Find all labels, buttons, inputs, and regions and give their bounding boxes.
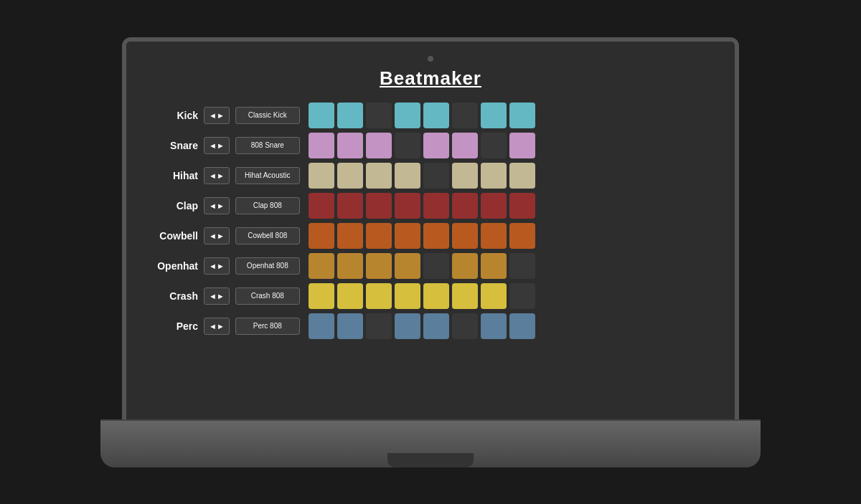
- pad-clap-0[interactable]: [309, 193, 334, 219]
- pad-clap-7[interactable]: [509, 193, 535, 219]
- pad-hihat-2[interactable]: [366, 163, 392, 189]
- app-title: Beatmaker: [380, 67, 481, 90]
- pads-container-hihat: [309, 163, 535, 189]
- pad-cowbell-7[interactable]: [509, 223, 535, 249]
- beatmaker-grid: Kick◄►Classic KickSnare◄►808 SnareHihat◄…: [148, 103, 713, 339]
- pad-clap-2[interactable]: [366, 193, 392, 219]
- pad-crash-2[interactable]: [366, 283, 392, 309]
- audio-btn-crash[interactable]: ◄►: [204, 287, 230, 305]
- sound-btn-cowbell[interactable]: Cowbell 808: [235, 227, 300, 244]
- pad-openhat-0[interactable]: [309, 253, 334, 279]
- pad-snare-7[interactable]: [509, 133, 535, 158]
- pad-snare-1[interactable]: [337, 133, 363, 158]
- audio-btn-perc[interactable]: ◄►: [204, 318, 230, 335]
- app-container: Beatmaker Kick◄►Classic KickSnare◄►808 S…: [126, 42, 735, 420]
- audio-btn-cowbell[interactable]: ◄►: [204, 227, 230, 244]
- track-row-clap: Clap◄►Clap 808: [148, 193, 713, 219]
- pad-openhat-4[interactable]: [423, 253, 449, 279]
- sound-btn-snare[interactable]: 808 Snare: [235, 137, 300, 154]
- pad-openhat-2[interactable]: [366, 253, 392, 279]
- pad-cowbell-5[interactable]: [452, 223, 478, 249]
- sound-btn-crash[interactable]: Crash 808: [235, 287, 300, 305]
- track-name-snare: Snare: [148, 140, 198, 151]
- pad-cowbell-4[interactable]: [423, 223, 449, 249]
- track-row-kick: Kick◄►Classic Kick: [148, 103, 713, 128]
- pad-crash-4[interactable]: [423, 283, 449, 309]
- laptop-notch: [387, 453, 474, 467]
- pad-clap-5[interactable]: [452, 193, 478, 219]
- pad-cowbell-6[interactable]: [481, 223, 507, 249]
- track-name-hihat: Hihat: [148, 170, 198, 181]
- pad-hihat-6[interactable]: [481, 163, 507, 189]
- track-name-perc: Perc: [148, 320, 198, 332]
- audio-btn-clap[interactable]: ◄►: [204, 197, 230, 214]
- pad-kick-6[interactable]: [481, 103, 507, 128]
- pad-hihat-1[interactable]: [337, 163, 363, 189]
- pad-snare-6[interactable]: [481, 133, 507, 158]
- pad-kick-4[interactable]: [423, 103, 449, 128]
- pad-crash-3[interactable]: [395, 283, 420, 309]
- pad-perc-5[interactable]: [452, 313, 478, 339]
- pad-cowbell-2[interactable]: [366, 223, 392, 249]
- pad-kick-0[interactable]: [309, 103, 334, 128]
- pad-hihat-7[interactable]: [509, 163, 535, 189]
- track-row-hihat: Hihat◄►Hihat Acoustic: [148, 163, 713, 189]
- sound-btn-kick[interactable]: Classic Kick: [235, 107, 300, 124]
- pad-kick-2[interactable]: [366, 103, 392, 128]
- pad-openhat-5[interactable]: [452, 253, 478, 279]
- pad-perc-2[interactable]: [366, 313, 392, 339]
- sound-btn-hihat[interactable]: Hihat Acoustic: [235, 167, 300, 184]
- track-row-cowbell: Cowbell◄►Cowbell 808: [148, 223, 713, 249]
- pad-snare-5[interactable]: [452, 133, 478, 158]
- pad-hihat-4[interactable]: [423, 163, 449, 189]
- track-name-kick: Kick: [148, 110, 198, 121]
- pads-container-snare: [309, 133, 535, 158]
- laptop-screen: Beatmaker Kick◄►Classic KickSnare◄►808 S…: [122, 37, 739, 424]
- pad-crash-0[interactable]: [309, 283, 334, 309]
- pad-crash-6[interactable]: [481, 283, 507, 309]
- pad-kick-1[interactable]: [337, 103, 363, 128]
- pad-kick-5[interactable]: [452, 103, 478, 128]
- pad-snare-4[interactable]: [423, 133, 449, 158]
- pad-perc-7[interactable]: [509, 313, 535, 339]
- pad-hihat-3[interactable]: [395, 163, 420, 189]
- pad-perc-0[interactable]: [309, 313, 334, 339]
- pad-openhat-3[interactable]: [395, 253, 420, 279]
- pad-kick-3[interactable]: [395, 103, 420, 128]
- pad-crash-5[interactable]: [452, 283, 478, 309]
- pad-hihat-0[interactable]: [309, 163, 334, 189]
- audio-btn-openhat[interactable]: ◄►: [204, 257, 230, 275]
- sound-btn-openhat[interactable]: Openhat 808: [235, 257, 300, 275]
- laptop-frame: Beatmaker Kick◄►Classic KickSnare◄►808 S…: [100, 37, 761, 467]
- pad-snare-3[interactable]: [395, 133, 420, 158]
- audio-btn-hihat[interactable]: ◄►: [204, 167, 230, 184]
- pad-openhat-1[interactable]: [337, 253, 363, 279]
- sound-btn-clap[interactable]: Clap 808: [235, 197, 300, 214]
- pad-cowbell-3[interactable]: [395, 223, 420, 249]
- pad-openhat-7[interactable]: [509, 253, 535, 279]
- pad-kick-7[interactable]: [509, 103, 535, 128]
- pad-crash-7[interactable]: [509, 283, 535, 309]
- pad-perc-3[interactable]: [395, 313, 420, 339]
- pads-container-crash: [309, 283, 535, 309]
- sound-btn-perc[interactable]: Perc 808: [235, 318, 300, 335]
- pad-snare-0[interactable]: [309, 133, 334, 158]
- pad-clap-6[interactable]: [481, 193, 507, 219]
- pad-cowbell-1[interactable]: [337, 223, 363, 249]
- track-name-cowbell: Cowbell: [148, 230, 198, 242]
- pad-crash-1[interactable]: [337, 283, 363, 309]
- track-name-clap: Clap: [148, 200, 198, 211]
- audio-btn-kick[interactable]: ◄►: [204, 107, 230, 124]
- track-name-crash: Crash: [148, 290, 198, 302]
- pad-clap-4[interactable]: [423, 193, 449, 219]
- pad-perc-6[interactable]: [481, 313, 507, 339]
- pad-clap-3[interactable]: [395, 193, 420, 219]
- pad-hihat-5[interactable]: [452, 163, 478, 189]
- audio-btn-snare[interactable]: ◄►: [204, 137, 230, 154]
- pad-perc-1[interactable]: [337, 313, 363, 339]
- pad-openhat-6[interactable]: [481, 253, 507, 279]
- pad-perc-4[interactable]: [423, 313, 449, 339]
- pad-cowbell-0[interactable]: [309, 223, 334, 249]
- pad-snare-2[interactable]: [366, 133, 392, 158]
- pad-clap-1[interactable]: [337, 193, 363, 219]
